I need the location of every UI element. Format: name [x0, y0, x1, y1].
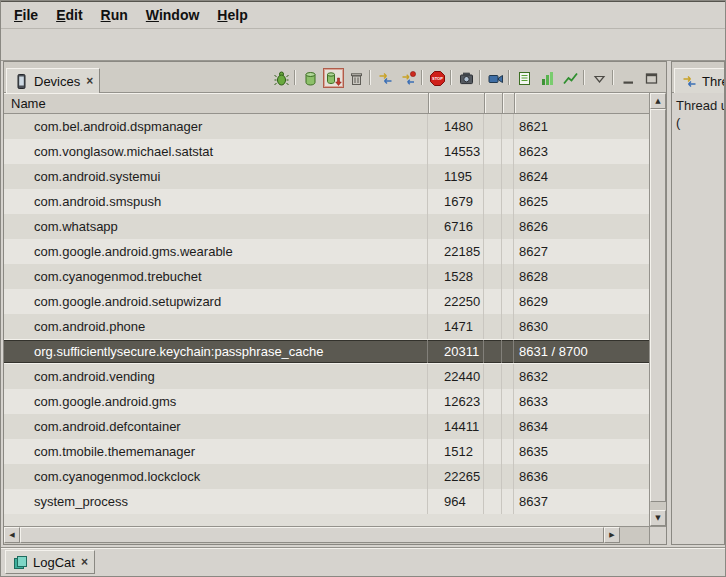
- tab-threads-label: Threads: [702, 74, 725, 89]
- tab-threads[interactable]: Threads ×: [674, 68, 725, 93]
- process-name: com.android.smspush: [4, 189, 428, 214]
- stop-process-icon[interactable]: STOP: [427, 68, 448, 88]
- scroll-right-button[interactable]: ▶: [604, 527, 620, 543]
- table-row[interactable]: com.tmobile.thememanager15128635: [4, 439, 649, 464]
- column-spacer: [484, 164, 502, 189]
- column-spacer: [484, 439, 502, 464]
- horizontal-scroll-thumb[interactable]: [20, 527, 604, 543]
- column-spacer: [502, 289, 514, 314]
- tab-devices-label: Devices: [34, 74, 80, 89]
- table-row[interactable]: com.google.android.gms126238633: [4, 389, 649, 414]
- close-icon[interactable]: ×: [86, 74, 93, 88]
- column-spacer: [484, 214, 502, 239]
- process-pid: 1679: [428, 189, 484, 214]
- process-name: com.whatsapp: [4, 214, 428, 239]
- column-header-name[interactable]: Name: [4, 93, 428, 113]
- threads-icon: [681, 73, 698, 90]
- table-row[interactable]: com.android.phone14718630: [4, 314, 649, 339]
- column-spacer: [484, 139, 502, 164]
- table-row[interactable]: com.whatsapp67168626: [4, 214, 649, 239]
- menu-window[interactable]: Window: [137, 4, 209, 26]
- scroll-track[interactable]: [620, 527, 649, 544]
- process-pid: 22440: [428, 364, 484, 389]
- capture-system-info-icon[interactable]: [514, 68, 535, 88]
- minimize-icon[interactable]: [618, 68, 639, 88]
- view-menu-icon[interactable]: [589, 68, 610, 88]
- debug-process-icon[interactable]: [271, 68, 292, 88]
- table-row[interactable]: com.google.android.setupwizard222508629: [4, 289, 649, 314]
- process-port: 8634: [514, 414, 649, 439]
- vertical-scroll-thumb[interactable]: [650, 109, 666, 502]
- menu-run[interactable]: Run: [92, 4, 137, 26]
- systrace-icon[interactable]: [560, 68, 581, 88]
- process-port: 8629: [514, 289, 649, 314]
- screen-record-icon[interactable]: [485, 68, 506, 88]
- dump-hprof-icon[interactable]: [323, 68, 344, 88]
- table-row[interactable]: org.sufficientlysecure.keychain:passphra…: [4, 339, 649, 364]
- process-port: 8626: [514, 214, 649, 239]
- table-row[interactable]: com.android.vending224408632: [4, 364, 649, 389]
- tab-devices[interactable]: Devices ×: [6, 68, 100, 93]
- menu-edit[interactable]: Edit: [47, 4, 91, 26]
- toolbar-separator: [508, 70, 509, 85]
- start-method-profiling-icon[interactable]: [398, 68, 419, 88]
- column-spacer: [484, 114, 502, 139]
- process-port: 8636: [514, 464, 649, 489]
- close-icon[interactable]: ×: [81, 555, 88, 569]
- column-spacer: [484, 489, 502, 514]
- process-name: org.sufficientlysecure.keychain:passphra…: [4, 340, 428, 363]
- table-row[interactable]: com.android.systemui11958624: [4, 164, 649, 189]
- column-spacer: [484, 464, 502, 489]
- process-name: com.android.phone: [4, 314, 428, 339]
- process-name: com.google.android.gms: [4, 389, 428, 414]
- process-port: 8631 / 8700: [514, 340, 649, 363]
- process-name: com.cyanogenmod.lockclock: [4, 464, 428, 489]
- column-spacer: [484, 239, 502, 264]
- table-row[interactable]: com.google.android.gms.wearable221858627: [4, 239, 649, 264]
- tab-logcat[interactable]: LogCat ×: [5, 550, 95, 574]
- vertical-scrollbar[interactable]: ▲ ▼: [649, 93, 666, 526]
- process-pid: 1528: [428, 264, 484, 289]
- column-header-spacer[interactable]: [484, 93, 502, 113]
- devices-toolbar: STOP: [271, 68, 666, 92]
- logcat-icon: [12, 554, 29, 571]
- column-spacer: [502, 264, 514, 289]
- table-row[interactable]: com.vonglasow.michael.satstat145538623: [4, 139, 649, 164]
- update-heap-icon[interactable]: [300, 68, 321, 88]
- table-row[interactable]: com.cyanogenmod.trebuchet15288628: [4, 264, 649, 289]
- table-row[interactable]: com.cyanogenmod.lockclock222658636: [4, 464, 649, 489]
- scroll-left-button[interactable]: ◀: [4, 527, 20, 543]
- process-pid: 22250: [428, 289, 484, 314]
- column-spacer: [484, 414, 502, 439]
- table-row[interactable]: com.android.defcontainer144118634: [4, 414, 649, 439]
- process-port: 8633: [514, 389, 649, 414]
- cause-gc-icon[interactable]: [346, 68, 367, 88]
- column-header-pid[interactable]: [428, 93, 484, 113]
- hierarchy-view-icon[interactable]: [537, 68, 558, 88]
- column-spacer: [484, 340, 502, 363]
- menubar: FileEditRunWindowHelp: [1, 1, 725, 28]
- scroll-down-button[interactable]: ▼: [650, 510, 666, 526]
- column-header-port[interactable]: [514, 93, 649, 113]
- column-header-spacer[interactable]: [502, 93, 514, 113]
- process-pid: 1195: [428, 164, 484, 189]
- process-name: com.tmobile.thememanager: [4, 439, 428, 464]
- logcat-bar: LogCat ×: [1, 547, 725, 576]
- toolbar-separator: [421, 70, 422, 85]
- column-spacer: [502, 489, 514, 514]
- menu-file[interactable]: File: [5, 4, 47, 26]
- update-threads-icon[interactable]: [375, 68, 396, 88]
- table-row[interactable]: com.android.smspush16798625: [4, 189, 649, 214]
- process-port: 8621: [514, 114, 649, 139]
- maximize-icon[interactable]: [641, 68, 662, 88]
- tab-logcat-label: LogCat: [33, 555, 75, 570]
- process-pid: 22265: [428, 464, 484, 489]
- horizontal-scrollbar[interactable]: ◀ ▶: [4, 527, 649, 544]
- menu-help[interactable]: Help: [208, 4, 256, 26]
- process-port: 8628: [514, 264, 649, 289]
- table-row[interactable]: com.bel.android.dspmanager14808621: [4, 114, 649, 139]
- screen-capture-icon[interactable]: [456, 68, 477, 88]
- process-name: system_process: [4, 489, 428, 514]
- scroll-up-button[interactable]: ▲: [650, 93, 666, 109]
- table-row[interactable]: system_process9648637: [4, 489, 649, 514]
